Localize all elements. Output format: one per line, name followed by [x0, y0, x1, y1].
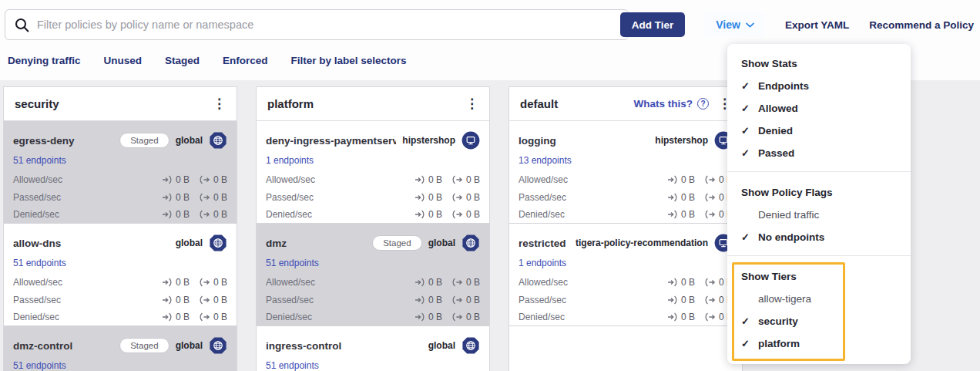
staged-badge: Staged	[372, 235, 421, 251]
policy-stats: Allowed/sec0 B0 BPassed/sec0 B0 BDenied/…	[519, 274, 733, 326]
policy-card-deny-ingress-paymentservi[interactable]: deny-ingress-paymentservi...hipstershop1…	[257, 121, 489, 224]
view-menu-button[interactable]: View	[705, 12, 765, 37]
search-input[interactable]	[37, 19, 619, 31]
egress-stat: 0 B	[200, 174, 227, 185]
filter-link-enforced[interactable]: Enforced	[223, 55, 268, 66]
stat-values: 0 B0 B	[414, 295, 480, 305]
endpoints-link[interactable]: 1 endpoints	[519, 258, 566, 268]
ingress-value: 0 B	[428, 277, 442, 288]
policy-scope-label: hipstershop	[402, 135, 455, 146]
recommend-policy-link[interactable]: Recommend a Policy	[869, 19, 974, 31]
egress-arrow-icon	[705, 210, 716, 219]
stat-row: Passed/sec0 B0 B	[13, 292, 227, 309]
menu-item-label: security	[758, 315, 798, 327]
egress-arrow-icon	[452, 295, 463, 305]
egress-arrow-icon	[705, 295, 716, 305]
policy-stats: Allowed/sec0 B0 BPassed/sec0 B0 BDenied/…	[519, 171, 733, 224]
endpoints-link[interactable]: 51 endpoints	[13, 155, 66, 166]
policy-card-dmz-control[interactable]: dmz-controlStagedglobal51 endpoints	[4, 326, 237, 371]
menu-item-security[interactable]: ✓security	[727, 310, 911, 332]
globe-octagon-icon	[209, 131, 227, 150]
ingress-arrow-icon	[414, 210, 425, 219]
egress-arrow-icon	[200, 312, 210, 322]
filter-link-staged[interactable]: Staged	[165, 55, 200, 66]
endpoints-link[interactable]: 51 endpoints	[266, 258, 319, 268]
menu-item-passed[interactable]: ✓Passed	[727, 142, 911, 164]
stat-label: Denied/sec	[13, 209, 162, 220]
filter-link-denying-traffic[interactable]: Denying traffic	[8, 55, 81, 66]
ingress-value: 0 B	[681, 277, 695, 288]
add-tier-button[interactable]: Add Tier	[620, 12, 686, 37]
policy-name: logging	[519, 135, 649, 147]
policy-scope-label: hipstershop	[655, 135, 708, 146]
ingress-value: 0 B	[681, 312, 695, 322]
stat-label: Allowed/sec	[13, 174, 162, 185]
stat-row: Denied/sec0 B0 B	[519, 206, 733, 224]
egress-value: 0 B	[466, 192, 480, 203]
endpoints-link[interactable]: 51 endpoints	[13, 360, 66, 371]
ingress-arrow-icon	[667, 312, 678, 322]
endpoints-link[interactable]: 13 endpoints	[519, 155, 572, 166]
menu-item-denied-traffic[interactable]: Denied traffic	[727, 204, 911, 226]
menu-item-allowed[interactable]: ✓Allowed	[727, 97, 911, 120]
kebab-menu-icon[interactable]: ⋮	[465, 97, 478, 110]
ingress-stat: 0 B	[162, 209, 190, 220]
ingress-arrow-icon	[414, 312, 425, 322]
whats-this-link[interactable]: Whats this??	[634, 98, 710, 110]
stat-values: 0 B0 B	[414, 277, 480, 288]
egress-value: 0 B	[466, 209, 480, 220]
filter-link-filter-by-label-selectors[interactable]: Filter by label selectors	[291, 55, 407, 66]
policy-card-egress-deny[interactable]: egress-denyStagedglobal51 endpointsAllow…	[4, 121, 237, 224]
stat-label: Allowed/sec	[13, 277, 162, 288]
policy-name: egress-deny	[13, 135, 113, 147]
tier-column-platform: platform⋮deny-ingress-paymentservi...hip…	[256, 86, 490, 371]
endpoints-link[interactable]: 1 endpoints	[266, 155, 314, 166]
stat-row: Passed/sec0 B0 B	[266, 292, 480, 309]
egress-value: 0 B	[213, 312, 227, 322]
question-circle-icon: ?	[697, 98, 709, 110]
policy-card-logging[interactable]: logginghipstershop13 endpointsAllowed/se…	[509, 121, 742, 224]
ingress-stat: 0 B	[162, 174, 190, 185]
policy-card-ingress-control[interactable]: ingress-controlglobal51 endpoints	[257, 326, 489, 371]
tier-title: security	[15, 97, 213, 110]
policy-scope-label: global	[176, 340, 203, 351]
search-icon	[15, 18, 29, 32]
export-yaml-link[interactable]: Export YAML	[785, 19, 849, 31]
ingress-arrow-icon	[667, 210, 678, 219]
globe-octagon-icon	[209, 234, 227, 252]
egress-value: 0 B	[213, 277, 227, 288]
policy-stats: Allowed/sec0 B0 BPassed/sec0 B0 BDenied/…	[13, 171, 227, 224]
ingress-arrow-icon	[667, 193, 678, 202]
menu-item-no-endpoints[interactable]: ✓No endpoints	[727, 226, 911, 248]
policy-card-dmz[interactable]: dmzStagedglobal51 endpointsAllowed/sec0 …	[257, 224, 489, 326]
stat-values: 0 B0 B	[414, 312, 480, 322]
filter-link-unused[interactable]: Unused	[104, 55, 143, 66]
ingress-value: 0 B	[176, 192, 190, 203]
ingress-stat: 0 B	[414, 295, 442, 305]
policy-search	[5, 9, 629, 40]
stat-label: Passed/sec	[13, 192, 162, 203]
endpoints-link[interactable]: 51 endpoints	[13, 258, 66, 268]
policy-card-top: deny-ingress-paymentservi...hipstershop	[266, 131, 480, 150]
menu-item-label: platform	[758, 338, 800, 349]
ingress-stat: 0 B	[414, 174, 442, 185]
egress-arrow-icon	[452, 312, 463, 322]
menu-item-platform[interactable]: ✓platform	[727, 332, 911, 355]
tier-header-default: defaultWhats this??⋮	[509, 87, 742, 121]
policy-card-restricted[interactable]: restrictedtigera-policy-recommendation1 …	[509, 224, 742, 326]
stat-row: Passed/sec0 B0 B	[266, 189, 480, 207]
ingress-arrow-icon	[414, 175, 425, 184]
stat-label: Allowed/sec	[266, 174, 414, 185]
menu-item-denied[interactable]: ✓Denied	[727, 120, 911, 142]
policy-name: dmz-control	[13, 340, 113, 352]
stat-row: Allowed/sec0 B0 B	[13, 171, 227, 189]
menu-item-allow-tigera[interactable]: allow-tigera	[727, 288, 911, 310]
menu-divider	[727, 255, 911, 256]
menu-item-endpoints[interactable]: ✓Endpoints	[727, 75, 911, 97]
kebab-menu-icon[interactable]: ⋮	[213, 97, 226, 110]
endpoints-link[interactable]: 51 endpoints	[266, 360, 319, 371]
stat-row: Denied/sec0 B0 B	[266, 309, 480, 326]
policy-card-allow-dns[interactable]: allow-dnsglobal51 endpointsAllowed/sec0 …	[4, 224, 237, 326]
policy-card-top: dmzStagedglobal	[266, 234, 480, 252]
egress-stat: 0 B	[200, 312, 227, 322]
